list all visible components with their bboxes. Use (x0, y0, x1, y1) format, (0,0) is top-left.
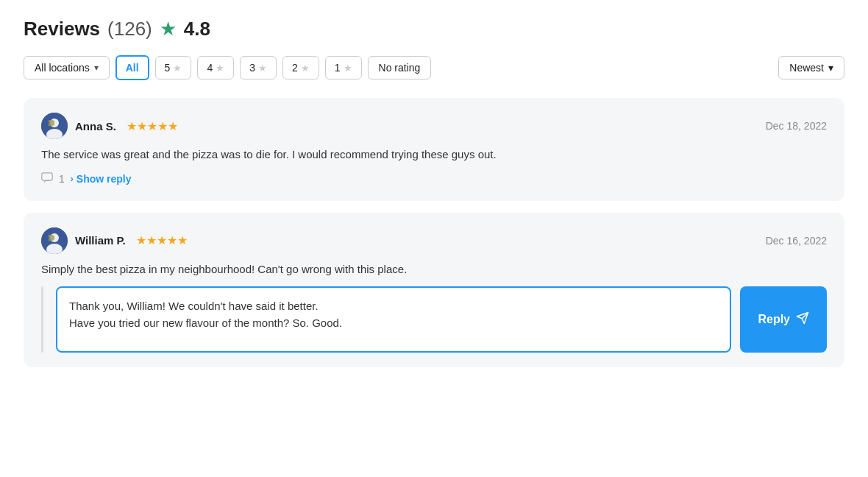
filter-tab-3-label: 3 (249, 62, 255, 74)
reply-line-decoration (41, 286, 43, 353)
review-1-actions: 1 › Show reply (41, 172, 827, 186)
show-reply-label: Show reply (77, 173, 132, 185)
review-2-stars: ★★★★★ (136, 233, 188, 247)
filter-bar-left: All locations ▾ All 5 ★ 4 ★ 3 ★ 2 ★ 1 ★ … (24, 55, 772, 80)
review-1-avatar (41, 113, 68, 139)
svg-rect-5 (42, 172, 52, 180)
filter-tab-1-label: 1 (335, 62, 341, 74)
filter-tab-4-star-icon: ★ (216, 63, 224, 74)
review-2-reviewer-info: William P. ★★★★★ (41, 227, 188, 254)
comment-icon-1 (41, 172, 53, 186)
filter-tab-2-star-icon: ★ (301, 63, 310, 74)
reply-area: Thank you, William! We couldn't have sai… (41, 286, 827, 353)
filter-tab-no-rating[interactable]: No rating (368, 56, 432, 80)
filter-tab-4[interactable]: 4 ★ (197, 56, 234, 80)
reviews-rating: 4.8 (184, 18, 210, 40)
filter-tab-2-label: 2 (292, 62, 298, 74)
svg-point-10 (49, 235, 54, 241)
filter-tab-3[interactable]: 3 ★ (240, 56, 277, 80)
location-dropdown[interactable]: All locations ▾ (24, 56, 110, 80)
svg-point-4 (49, 120, 54, 126)
filter-tab-all-label: All (126, 62, 139, 74)
filter-tab-5-label: 5 (165, 62, 171, 74)
reviews-title: Reviews (24, 18, 100, 40)
review-card-1: Anna S. ★★★★★ Dec 18, 2022 The service w… (24, 98, 844, 201)
review-1-date: Dec 18, 2022 (766, 120, 827, 132)
reply-button[interactable]: Reply (740, 286, 827, 353)
review-2-name: William P. (75, 234, 126, 247)
show-reply-chevron-icon: › (71, 174, 74, 184)
review-2-header: William P. ★★★★★ Dec 16, 2022 (41, 227, 827, 254)
review-2-date: Dec 16, 2022 (766, 235, 827, 247)
reviews-count: (126) (107, 18, 152, 40)
filter-bar: All locations ▾ All 5 ★ 4 ★ 3 ★ 2 ★ 1 ★ … (24, 55, 844, 80)
filter-tab-5[interactable]: 5 ★ (155, 56, 192, 80)
review-1-comment-count: 1 (59, 173, 65, 185)
filter-tab-no-rating-label: No rating (379, 62, 421, 74)
filter-tab-1[interactable]: 1 ★ (325, 56, 362, 80)
review-1-text: The service was great and the pizza was … (41, 146, 827, 163)
reviews-header: Reviews (126) ★ 4.8 (24, 18, 844, 40)
review-1-reviewer-info: Anna S. ★★★★★ (41, 113, 178, 139)
header-star-icon: ★ (160, 18, 177, 40)
filter-tab-2[interactable]: 2 ★ (282, 56, 319, 80)
review-card-2: William P. ★★★★★ Dec 16, 2022 Simply the… (24, 213, 844, 368)
review-1-header: Anna S. ★★★★★ Dec 18, 2022 (41, 113, 827, 139)
sort-dropdown[interactable]: Newest ▾ (778, 56, 844, 80)
filter-tab-all[interactable]: All (115, 55, 149, 80)
location-dropdown-chevron-icon: ▾ (94, 63, 99, 73)
filter-tab-1-star-icon: ★ (344, 63, 352, 74)
reply-textarea[interactable]: Thank you, William! We couldn't have sai… (56, 286, 731, 353)
review-1-name: Anna S. (75, 120, 116, 132)
review-2-text: Simply the best pizza in my neighbourhoo… (41, 261, 827, 278)
sort-dropdown-label: Newest (789, 62, 824, 74)
filter-tab-4-label: 4 (207, 62, 213, 74)
review-2-avatar (41, 227, 68, 254)
filter-tab-3-star-icon: ★ (258, 63, 267, 74)
reply-button-label: Reply (758, 313, 790, 326)
show-reply-button-1[interactable]: › Show reply (71, 173, 132, 185)
send-icon (796, 311, 809, 328)
review-1-stars: ★★★★★ (127, 119, 178, 133)
filter-tab-5-star-icon: ★ (173, 63, 182, 74)
sort-dropdown-chevron-icon: ▾ (828, 62, 833, 74)
location-dropdown-label: All locations (35, 62, 90, 74)
